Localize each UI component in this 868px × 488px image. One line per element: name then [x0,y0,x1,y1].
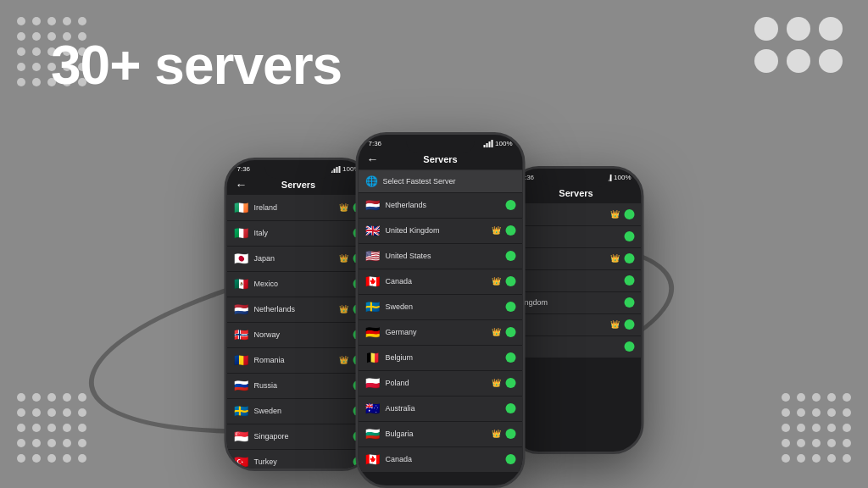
server-name: Mexico [254,280,348,288]
server-name: Netherlands [386,201,501,209]
active-indicator [625,319,635,330]
select-fastest-label: Select Fastest Server [383,177,456,186]
server-name: Poland [386,379,487,387]
active-indicator [506,327,516,337]
flag-icon: 🇩🇪 [365,325,381,339]
list-item[interactable]: 🇧🇬 Bulgaria 👑 [359,422,523,446]
active-indicator [506,454,516,464]
flag-icon: 🇷🇺 [234,379,249,392]
active-indicator [506,403,516,413]
server-name: Germany [386,328,487,336]
phone-center-title: Servers [423,154,457,164]
signal-icon [483,141,492,147]
active-indicator [625,297,635,308]
phone-right-notch [542,169,610,187]
server-name: Singapore [254,432,348,441]
phone-center-server-list: 🇳🇱 Netherlands 🇬🇧 United Kingdom 👑 🇺🇸 Un… [359,193,523,473]
server-name: Bulgaria [386,430,487,438]
decorative-dots-top-right [754,17,843,73]
active-indicator [506,276,516,286]
server-name: Norway [254,330,348,339]
crown-icon: 👑 [339,203,348,212]
list-item[interactable]: 🇳🇱 Netherlands 👑 [227,297,370,322]
flag-icon: 🇵🇱 [365,376,381,390]
active-indicator [625,209,635,219]
flag-icon: 🇳🇴 [234,328,249,341]
flag-icon: 🇮🇹 [234,226,249,240]
list-item[interactable]: 👑 [511,314,642,336]
select-fastest-item[interactable]: 🌐 Select Fastest Server [359,170,523,192]
phone-right-title: Servers [559,188,593,198]
phone-left: 7:36 100% ← Servers 🇮🇪 Ireland 👑 🇮🇹 Ital… [225,158,373,471]
list-item[interactable] [511,226,642,247]
list-item[interactable]: 🇺🇸 United States [359,244,523,269]
back-button-center[interactable]: ← [367,152,379,166]
list-item[interactable] [511,270,642,291]
list-item[interactable]: 🇧🇪 Belgium [359,346,523,370]
list-item[interactable]: 🇵🇱 Poland 👑 [359,371,523,396]
active-indicator [625,253,635,263]
server-name: Sweden [254,407,348,415]
phone-left-server-list: 🇮🇪 Ireland 👑 🇮🇹 Italy 🇯🇵 Japan 👑 🇲🇽 Mexi… [227,196,370,471]
flag-icon: 🇳🇱 [365,198,381,212]
flag-icon: 🇹🇷 [234,455,249,469]
list-item[interactable]: 🇨🇦 Canada [359,447,523,472]
crown-icon: 👑 [492,328,501,336]
flag-icon: 🇬🇧 [365,224,381,237]
list-item[interactable]: Kingdom [511,292,642,313]
phone-right-server-list: 👑 👑 Kingdom 👑 [511,204,642,358]
list-item[interactable]: 🇨🇦 Canada 👑 [359,269,523,294]
flag-icon: 🇺🇸 [365,249,381,263]
crown-icon: 👑 [610,320,620,329]
list-item[interactable]: 🇸🇪 Sweden [359,295,523,319]
list-item[interactable]: 🇸🇪 Sweden [227,399,370,424]
list-item[interactable]: 🇯🇵 Japan 👑 [227,247,370,271]
active-indicator [625,275,635,286]
time-left: 7:36 [237,165,251,173]
server-name: Kingdom [518,298,620,307]
crown-icon: 👑 [492,226,501,235]
flag-icon: 🇧🇪 [365,351,381,364]
list-item[interactable]: 🇳🇴 Norway [227,323,370,347]
decorative-dots-bottom-left [17,393,86,463]
crown-icon: 👑 [339,356,348,364]
flag-icon: 🇨🇦 [365,452,381,466]
list-item[interactable]: 🇸🇬 Singapore [227,424,370,449]
server-name: United States [386,252,501,260]
list-item[interactable]: 🇬🇧 United Kingdom 👑 [359,219,523,243]
server-name: Canada [386,455,501,463]
active-indicator [625,341,635,352]
list-item[interactable]: 👑 [511,248,642,269]
list-item[interactable]: 🇷🇴 Romania 👑 [227,348,370,373]
active-indicator [506,352,516,363]
back-button-left[interactable]: ← [236,178,248,191]
phones-container: 7:36 100% ← Servers 🇮🇪 Ireland 👑 🇮🇹 Ital… [225,132,644,488]
active-indicator [506,200,516,210]
flag-icon: 🇸🇪 [365,300,381,313]
crown-icon: 👑 [339,305,348,313]
flag-icon: 🇯🇵 [234,252,249,265]
list-item[interactable]: 🇮🇪 Ireland 👑 [227,196,370,220]
flag-icon: 🇦🇺 [365,402,381,415]
server-name: Turkey [254,458,348,466]
active-indicator [506,251,516,261]
list-item[interactable]: 🇮🇹 Italy [227,221,370,246]
server-name: Netherlands [254,305,334,313]
server-name: Canada [386,277,487,286]
flag-icon: 🇷🇴 [234,353,249,367]
list-item[interactable]: 🇲🇽 Mexico [227,272,370,297]
list-item[interactable]: 🇳🇱 Netherlands [359,193,523,218]
active-indicator [506,429,516,439]
active-indicator [625,231,635,241]
list-item[interactable]: 👑 [511,204,642,225]
globe-icon: 🌐 [365,175,378,187]
list-item[interactable]: 🇷🇺 Russia [227,374,370,398]
list-item[interactable] [511,336,642,358]
list-item[interactable]: 🇦🇺 Australia [359,396,523,421]
list-item[interactable]: 🇹🇷 Turkey [227,450,370,471]
server-name: Japan [254,254,334,263]
active-indicator [506,302,516,312]
phone-left-notch [264,160,332,179]
list-item[interactable]: 🇩🇪 Germany 👑 [359,320,523,345]
flag-icon: 🇲🇽 [234,277,249,291]
